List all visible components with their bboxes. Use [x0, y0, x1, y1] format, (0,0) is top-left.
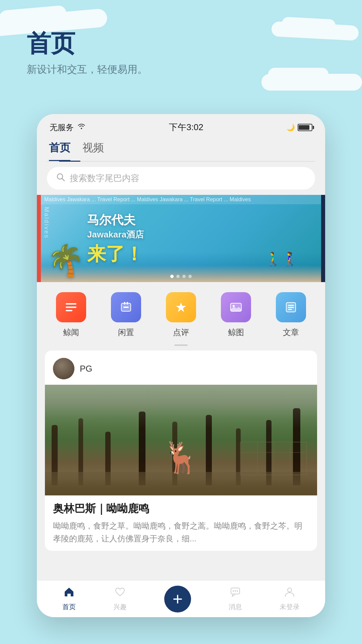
tab-underline: [47, 161, 315, 162]
user-avatar: [53, 358, 74, 379]
post-description: 呦呦鹿鸣，食野之草。呦呦鹿鸣，食野之蒿。呦呦鹿鸣，食野之芩。明孝陵的鹿苑，让人仿…: [45, 520, 317, 545]
jingwen-label: 鲸闻: [63, 327, 79, 338]
battery-icon: [298, 124, 312, 131]
page-header: 首页 新设计和交互，轻便易用。: [27, 30, 147, 76]
home-icon: [63, 586, 75, 600]
page-title: 首页: [27, 30, 147, 57]
deer-emoji: 🦌: [162, 440, 200, 475]
plus-icon: +: [173, 590, 183, 608]
banner-dots: [170, 275, 192, 278]
username: PG: [80, 364, 93, 374]
banner-stripe-right: [321, 195, 325, 282]
status-left: 无服务: [50, 122, 86, 133]
svg-rect-15: [288, 309, 292, 310]
person-icon: [284, 586, 295, 600]
jintu-icon-box: [221, 292, 251, 322]
quick-icon-dianping[interactable]: 点评: [166, 292, 196, 338]
quick-icon-xianzhi[interactable]: 闲置: [111, 292, 141, 338]
carrier-text: 无服务: [50, 122, 74, 133]
card-header: PG: [45, 351, 317, 385]
svg-point-17: [233, 590, 234, 592]
banner-image: Maldives Jawakara ... Travel Report ... …: [37, 195, 325, 282]
dianping-label: 点评: [173, 327, 189, 338]
status-bar: 无服务 下午3:02 🌙: [37, 114, 325, 137]
home-nav-label: 首页: [62, 602, 76, 611]
tab-home[interactable]: 首页: [49, 141, 70, 161]
svg-rect-2: [66, 303, 76, 305]
banner-people: 🚶‍♂️🚶‍♀️: [265, 251, 298, 267]
jingwen-icon-box: [56, 292, 86, 322]
nav-interest[interactable]: 兴趣: [113, 586, 127, 611]
svg-rect-3: [66, 307, 76, 308]
post-title: 奥林巴斯｜呦呦鹿鸣: [45, 495, 317, 520]
phone-mockup: 无服务 下午3:02 🌙 首页 视频: [37, 114, 325, 617]
svg-rect-4: [66, 310, 72, 311]
xianzhi-label: 闲置: [118, 327, 134, 338]
svg-rect-13: [288, 305, 294, 306]
chat-icon: [230, 586, 241, 600]
bg-cloud-3: [261, 74, 362, 91]
svg-point-11: [233, 305, 235, 307]
svg-rect-6: [123, 307, 129, 308]
time-display: 下午3:02: [169, 121, 203, 133]
tab-bar: 首页 视频: [37, 137, 325, 161]
nav-plus-button[interactable]: +: [164, 586, 191, 612]
svg-point-20: [288, 588, 292, 592]
banner-dot-4: [188, 275, 192, 278]
messages-nav-label: 消息: [229, 602, 242, 611]
interest-nav-label: 兴趣: [113, 602, 127, 611]
wenzhang-label: 文章: [283, 327, 299, 338]
quick-icon-wenzhang[interactable]: 文章: [276, 292, 306, 338]
nav-home[interactable]: 首页: [62, 586, 76, 611]
bottom-navigation: 首页 兴趣 +: [37, 580, 325, 617]
svg-rect-7: [124, 302, 125, 305]
quick-icon-jintu[interactable]: 鲸图: [221, 292, 251, 338]
app-content: 首页 视频 搜索数字尾巴内容: [37, 137, 325, 617]
banner-ticker: Maldives Jawakara ... Travel Report ... …: [41, 195, 321, 204]
svg-point-18: [235, 590, 236, 592]
xianzhi-icon-box: [111, 292, 141, 322]
status-right: 🌙: [287, 123, 312, 131]
avatar-image: [53, 358, 74, 379]
banner-title1: 马尔代夫: [87, 212, 144, 228]
svg-point-19: [237, 590, 238, 592]
search-bar[interactable]: 搜索数字尾巴内容: [47, 167, 315, 190]
profile-nav-label: 未登录: [280, 602, 300, 611]
banner-container[interactable]: Maldives Jawakara ... Travel Report ... …: [37, 195, 325, 282]
nav-messages[interactable]: 消息: [229, 586, 242, 611]
search-container: 搜索数字尾巴内容: [37, 162, 325, 195]
banner-title2: 来了！: [87, 241, 144, 267]
quick-icon-jingwen[interactable]: 鲸闻: [56, 292, 86, 338]
section-separator: [37, 344, 325, 346]
palm-tree: 🌴: [47, 245, 84, 275]
heart-icon: [114, 586, 126, 600]
banner-dot-2: [176, 275, 180, 278]
banner-subtitle: Jawakara酒店: [87, 228, 144, 240]
search-icon: [56, 173, 65, 184]
banner-text: 马尔代夫 Jawakara酒店 来了！: [87, 212, 144, 267]
svg-marker-9: [176, 303, 186, 312]
quick-icons-grid: 鲸闻 闲置 点评: [37, 282, 325, 344]
post-image: 🦌: [45, 385, 317, 495]
jintu-label: 鲸图: [228, 327, 244, 338]
svg-rect-8: [127, 302, 128, 305]
page-subtitle: 新设计和交互，轻便易用。: [27, 63, 147, 76]
banner-dot-1: [170, 275, 174, 278]
dianping-icon-box: [166, 292, 196, 322]
nav-profile[interactable]: 未登录: [280, 586, 300, 611]
post-card[interactable]: PG: [45, 351, 317, 551]
wifi-icon: [77, 123, 86, 132]
bg-cloud-2: [271, 21, 359, 41]
wenzhang-icon-box: [276, 292, 306, 322]
banner-dot-3: [182, 275, 186, 278]
moon-icon: 🌙: [287, 123, 295, 131]
svg-line-1: [62, 178, 64, 181]
search-placeholder-text: 搜索数字尾巴内容: [70, 172, 139, 184]
tab-video[interactable]: 视频: [82, 141, 104, 161]
svg-rect-14: [288, 307, 294, 308]
banner-stripe-left: [37, 195, 41, 282]
